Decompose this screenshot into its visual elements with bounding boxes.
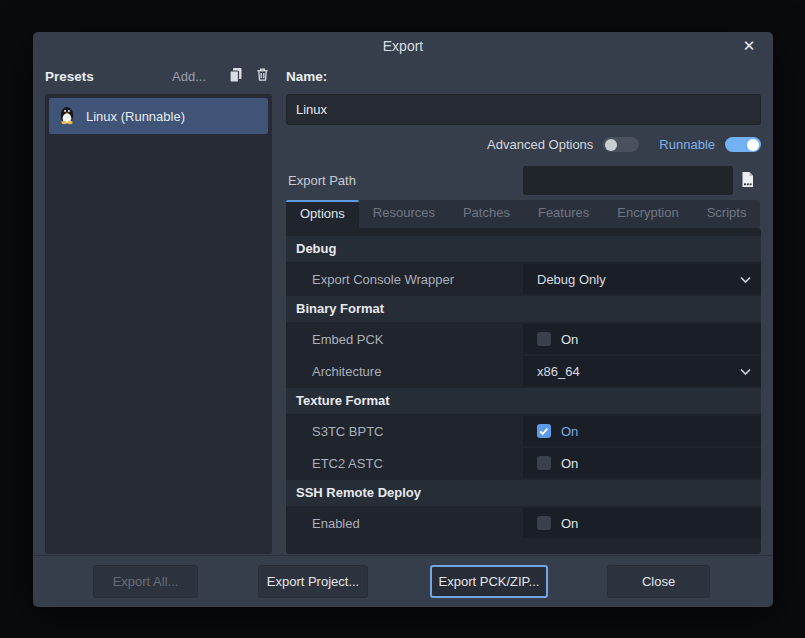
option-row-architecture: Architecture x86_64 <box>286 356 761 386</box>
add-preset-button[interactable]: Add... <box>172 69 206 84</box>
close-button[interactable]: Close <box>607 565 710 598</box>
etc2-astc-control: On <box>523 448 761 478</box>
dropdown-value: Debug Only <box>523 272 606 287</box>
s3tc-bptc-control: On <box>523 416 761 446</box>
checkbox-state-label: On <box>561 516 578 531</box>
option-label: S3TC BPTC <box>286 416 523 446</box>
export-dialog: Export ✕ Presets Add... <box>33 32 773 607</box>
embed-pck-checkbox[interactable] <box>537 332 551 346</box>
duplicate-preset-button[interactable] <box>226 66 246 86</box>
tab-features[interactable]: Features <box>524 200 603 228</box>
export-pck-zip-button[interactable]: Export PCK/ZIP... <box>430 565 548 598</box>
presets-heading: Presets <box>45 69 94 84</box>
section-header-binary-format: Binary Format <box>286 296 761 322</box>
option-label: Export Console Wrapper <box>286 264 523 294</box>
duplicate-icon <box>228 67 244 86</box>
ssh-enabled-control: On <box>523 508 761 538</box>
export-all-button[interactable]: Export All... <box>93 565 198 598</box>
option-row-etc2-astc: ETC2 ASTC On <box>286 448 761 478</box>
architecture-dropdown[interactable]: x86_64 <box>523 356 761 386</box>
checkbox-state-label: On <box>561 332 578 347</box>
tab-options[interactable]: Options <box>286 200 359 228</box>
checkbox-state-label: On <box>561 456 578 471</box>
export-console-wrapper-dropdown[interactable]: Debug Only <box>523 264 761 294</box>
option-row-s3tc-bptc: S3TC BPTC On <box>286 416 761 446</box>
dialog-footer: Export All... Export Project... Export P… <box>33 555 773 607</box>
export-path-input[interactable] <box>523 166 733 195</box>
presets-panel: Presets Add... <box>45 58 272 554</box>
linux-penguin-icon <box>57 105 77 128</box>
options-tab-content: Debug Export Console Wrapper Debug Only … <box>286 228 761 554</box>
section-header-ssh-remote-deploy: SSH Remote Deploy <box>286 480 761 506</box>
runnable-toggle[interactable] <box>725 137 761 152</box>
dialog-title: Export <box>33 38 773 54</box>
name-input[interactable] <box>286 94 761 125</box>
tab-patches[interactable]: Patches <box>449 200 524 228</box>
close-icon[interactable]: ✕ <box>739 36 759 56</box>
etc2-astc-checkbox[interactable] <box>537 456 551 470</box>
preset-item-linux[interactable]: Linux (Runnable) <box>49 98 268 134</box>
option-label: Embed PCK <box>286 324 523 354</box>
browse-path-button[interactable] <box>733 166 761 195</box>
s3tc-bptc-checkbox[interactable] <box>537 424 551 438</box>
option-label: Architecture <box>286 356 523 386</box>
advanced-options-toggle[interactable] <box>603 137 639 152</box>
chevron-down-icon <box>740 364 751 379</box>
checkbox-state-label: On <box>561 424 578 439</box>
export-project-button[interactable]: Export Project... <box>258 565 368 598</box>
tab-encryption[interactable]: Encryption <box>603 200 692 228</box>
option-row-ssh-enabled: Enabled On <box>286 508 761 538</box>
advanced-options-label: Advanced Options <box>487 137 593 152</box>
section-header-debug: Debug <box>286 236 761 262</box>
export-path-label: Export Path <box>286 173 523 188</box>
option-row-embed-pck: Embed PCK On <box>286 324 761 354</box>
chevron-down-icon <box>740 272 751 287</box>
preset-item-label: Linux (Runnable) <box>86 109 185 124</box>
preset-list: Linux (Runnable) <box>45 94 272 554</box>
titlebar: Export ✕ <box>33 32 773 58</box>
ssh-enabled-checkbox[interactable] <box>537 516 551 530</box>
section-header-texture-format: Texture Format <box>286 388 761 414</box>
option-label: ETC2 ASTC <box>286 448 523 478</box>
option-label: Enabled <box>286 508 523 538</box>
name-heading: Name: <box>286 69 327 84</box>
dropdown-value: x86_64 <box>523 364 580 379</box>
option-row-export-console-wrapper: Export Console Wrapper Debug Only <box>286 264 761 294</box>
delete-preset-button[interactable] <box>252 66 272 86</box>
embed-pck-control: On <box>523 324 761 354</box>
trash-icon <box>255 67 270 85</box>
tab-scripts[interactable]: Scripts <box>693 200 761 228</box>
file-icon <box>739 171 755 191</box>
export-tabs: Options Resources Patches Features Encry… <box>286 200 761 228</box>
tab-resources[interactable]: Resources <box>359 200 449 228</box>
runnable-label: Runnable <box>659 137 715 152</box>
